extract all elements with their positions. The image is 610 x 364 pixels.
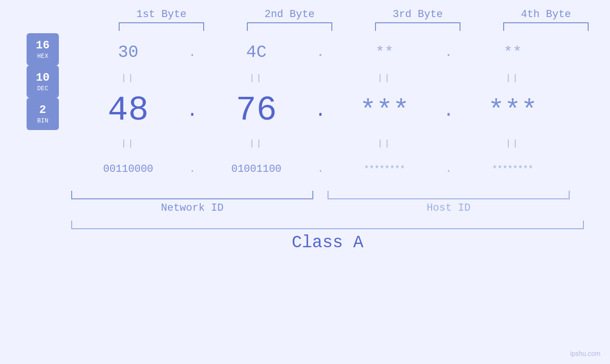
dec-b3-cell: *** bbox=[328, 95, 441, 126]
bin-b2-cell: 01001100 bbox=[199, 163, 313, 175]
eq1-b1: || bbox=[121, 73, 135, 83]
dec-b4-cell: *** bbox=[456, 95, 570, 126]
bin-badge-label: BIN bbox=[37, 117, 48, 124]
hex-b1: 30 bbox=[118, 43, 138, 62]
dec-badge-num: 10 bbox=[36, 71, 50, 85]
hex-dot2: . bbox=[317, 45, 325, 60]
dec-sep2: . bbox=[313, 100, 328, 121]
hex-b4: ** bbox=[504, 44, 522, 61]
dec-b2: 76 bbox=[236, 91, 277, 130]
data-rows: 30 . 4C . ** . ** bbox=[71, 33, 584, 252]
hex-b4-cell: ** bbox=[456, 44, 570, 61]
bracket-cell-1 bbox=[97, 22, 225, 31]
bin-b3-cell: ******** bbox=[328, 164, 441, 174]
dec-badge-label: DEC bbox=[37, 85, 48, 92]
bin-badge-num: 2 bbox=[39, 103, 46, 117]
top-bracket-4 bbox=[503, 22, 589, 31]
hex-row: 30 . 4C . ** . ** bbox=[71, 33, 584, 71]
main-container: 1st Byte 2nd Byte 3rd Byte 4th Byte 16 H… bbox=[0, 0, 610, 364]
bottom-brackets-row bbox=[71, 191, 584, 199]
dec-dot2: . bbox=[315, 100, 326, 121]
hex-sep2: . bbox=[313, 45, 328, 60]
dec-dot1: . bbox=[187, 100, 198, 121]
bin-b3: ******** bbox=[364, 164, 405, 174]
bin-row: 00110000 . 01001100 . ******** . bbox=[71, 150, 584, 188]
bin-badge: 2 BIN bbox=[27, 98, 59, 130]
class-label-cell: Class A bbox=[71, 233, 584, 252]
byte-headers: 1st Byte 2nd Byte 3rd Byte 4th Byte bbox=[0, 9, 610, 20]
eq1-b4: || bbox=[506, 73, 520, 83]
bracket-cell-4 bbox=[482, 22, 610, 31]
byte2-header: 2nd Byte bbox=[225, 9, 354, 20]
dec-row: 48 . 76 . *** . *** bbox=[71, 84, 584, 137]
top-bracket-1 bbox=[119, 22, 204, 31]
eq1-b2: || bbox=[249, 73, 263, 83]
eq2-b1: || bbox=[121, 139, 135, 148]
top-bracket-3 bbox=[375, 22, 460, 31]
hex-b2-cell: 4C bbox=[199, 43, 313, 62]
dec-b1-cell: 48 bbox=[71, 91, 185, 130]
bracket-cell-2 bbox=[225, 22, 354, 31]
equals-row-1: || || || || bbox=[71, 71, 584, 84]
hex-dot1: . bbox=[188, 45, 197, 60]
host-id-bracket bbox=[328, 191, 570, 199]
watermark: ipshu.com bbox=[570, 350, 601, 357]
bracket-cell-3 bbox=[354, 22, 482, 31]
network-id-label: Network ID bbox=[161, 202, 224, 214]
hex-b3: ** bbox=[375, 44, 394, 61]
top-brackets bbox=[0, 22, 610, 31]
dec-b1: 48 bbox=[108, 91, 149, 130]
hex-b1-cell: 30 bbox=[71, 43, 185, 62]
bin-b4: ******** bbox=[492, 164, 533, 174]
bin-b1: 00110000 bbox=[103, 163, 153, 175]
hex-badge-label: HEX bbox=[37, 53, 48, 60]
eq1-b3: || bbox=[377, 73, 392, 83]
bin-dot3: . bbox=[445, 163, 451, 175]
host-id-label-cell: Host ID bbox=[328, 202, 570, 214]
hex-badge: 16 HEX bbox=[27, 33, 59, 65]
equals-row-2: || || || || bbox=[71, 137, 584, 150]
bin-dot2: . bbox=[317, 163, 323, 175]
id-labels-row: Network ID Host ID bbox=[71, 202, 584, 214]
bin-b4-cell: ******** bbox=[456, 164, 570, 174]
byte1-header: 1st Byte bbox=[97, 9, 225, 20]
bin-b1-cell: 00110000 bbox=[71, 163, 185, 175]
network-id-bracket bbox=[71, 191, 313, 199]
byte3-header: 3rd Byte bbox=[354, 9, 482, 20]
hex-b2: 4C bbox=[246, 43, 266, 62]
network-id-label-cell: Network ID bbox=[71, 202, 313, 214]
hex-dot3: . bbox=[445, 45, 453, 60]
top-bracket-2 bbox=[247, 22, 332, 31]
hex-sep1: . bbox=[185, 45, 199, 60]
badge-column: 16 HEX 10 DEC 2 BIN bbox=[14, 33, 71, 159]
eq2-b4: || bbox=[506, 139, 520, 148]
dec-sep3: . bbox=[441, 100, 456, 121]
eq2-b2: || bbox=[249, 139, 263, 148]
bin-sep1: . bbox=[185, 163, 199, 175]
class-label: Class A bbox=[291, 233, 363, 252]
host-id-label: Host ID bbox=[427, 202, 470, 214]
hex-sep3: . bbox=[441, 45, 456, 60]
dec-b3: *** bbox=[360, 95, 409, 126]
dec-badge: 10 DEC bbox=[27, 65, 59, 98]
byte4-header: 4th Byte bbox=[482, 9, 610, 20]
dec-dot3: . bbox=[443, 100, 454, 121]
class-bracket bbox=[71, 221, 584, 229]
bin-dot1: . bbox=[189, 163, 195, 175]
bin-b2: 01001100 bbox=[231, 163, 282, 175]
hex-badge-num: 16 bbox=[36, 39, 50, 53]
bin-sep2: . bbox=[313, 163, 328, 175]
dec-sep1: . bbox=[185, 100, 199, 121]
dec-b2-cell: 76 bbox=[199, 91, 313, 130]
bin-sep3: . bbox=[441, 163, 456, 175]
eq2-b3: || bbox=[377, 139, 392, 148]
hex-b3-cell: ** bbox=[328, 44, 441, 61]
dec-b4: *** bbox=[488, 95, 537, 126]
